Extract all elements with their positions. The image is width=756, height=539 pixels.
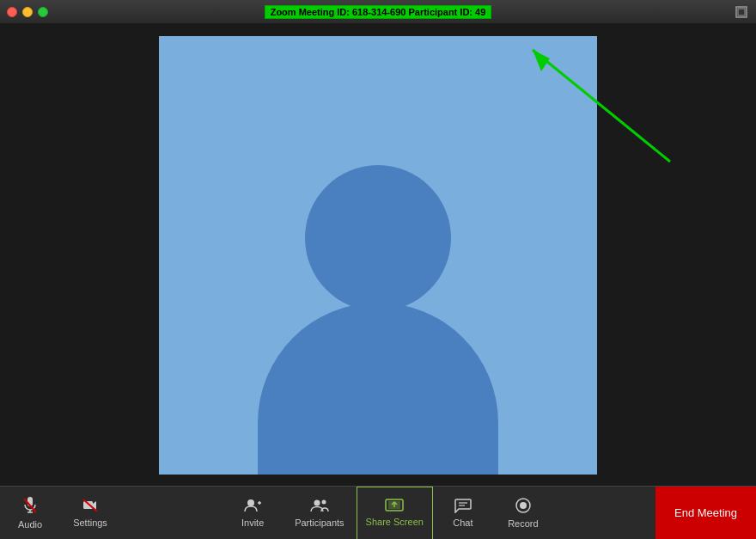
main-content — [0, 24, 756, 486]
record-icon — [515, 497, 532, 517]
toolbar-center: Invite Participants — [120, 487, 655, 540]
toolbar-left: Audio Settings — [0, 487, 120, 540]
minimize-button[interactable] — [22, 7, 33, 17]
meeting-info: Zoom Meeting ID: 618-314-690 Participant… — [265, 5, 492, 19]
fullscreen-button[interactable] — [734, 4, 749, 20]
mic-icon — [23, 496, 37, 518]
toolbar: Audio Settings — [0, 486, 756, 539]
end-meeting-label: End Meeting — [674, 506, 737, 519]
avatar-person — [258, 165, 498, 475]
record-button[interactable]: Record — [493, 487, 553, 540]
record-label: Record — [508, 518, 538, 529]
share-screen-label: Share Screen — [366, 517, 424, 527]
participants-button[interactable]: Participants — [283, 487, 356, 540]
end-meeting-button[interactable]: End Meeting — [655, 487, 756, 540]
settings-label: Settings — [73, 518, 107, 528]
audio-button[interactable]: Audio — [0, 487, 60, 540]
invite-label: Invite — [241, 518, 264, 528]
share-screen-button[interactable]: Share Screen — [357, 487, 433, 540]
traffic-lights — [7, 7, 48, 17]
participants-label: Participants — [295, 518, 344, 528]
share-screen-icon — [385, 499, 404, 515]
maximize-button[interactable] — [38, 7, 48, 17]
invite-button[interactable]: Invite — [223, 487, 283, 540]
chat-icon — [454, 498, 472, 516]
chat-button[interactable]: Chat — [433, 487, 493, 540]
avatar-body — [258, 303, 498, 475]
invite-icon — [244, 498, 261, 516]
svg-point-21 — [520, 502, 527, 509]
audio-label: Audio — [18, 519, 42, 530]
settings-button[interactable]: Settings — [60, 487, 120, 540]
svg-rect-1 — [738, 9, 745, 15]
title-bar: Zoom Meeting ID: 618-314-690 Participant… — [0, 0, 756, 24]
avatar-head — [305, 165, 451, 311]
avatar-card — [159, 36, 597, 475]
close-button[interactable] — [7, 7, 17, 17]
svg-point-13 — [314, 500, 320, 506]
svg-point-14 — [321, 500, 326, 505]
chat-label: Chat — [453, 518, 472, 528]
participants-icon — [310, 498, 329, 516]
settings-icon — [82, 498, 98, 516]
svg-point-10 — [247, 499, 254, 506]
svg-rect-8 — [83, 501, 93, 509]
